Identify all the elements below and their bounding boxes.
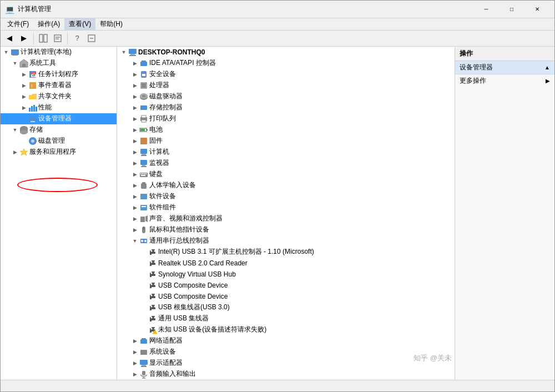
device-item-storage-controller[interactable]: ▶ 存储控制器 — [117, 102, 455, 113]
svg-point-25 — [31, 139, 34, 143]
device-item-usb-root-hub[interactable]: USB 根集线器(USB 3.0) — [117, 302, 455, 313]
tree-item-performance[interactable]: ▶ 性能 — [1, 102, 117, 113]
icon-task-scheduler: 📅 — [28, 70, 37, 79]
tree-label-event-viewer: 事件查看器 — [38, 81, 114, 90]
device-item-computer[interactable]: ▶ 计算机 — [117, 147, 455, 158]
device-label-disk: 磁盘驱动器 — [149, 92, 183, 101]
expand-performance: ▶ — [19, 103, 28, 112]
extra-button[interactable] — [85, 32, 98, 45]
tree-label-task-scheduler: 任务计划程序 — [38, 69, 114, 79]
expand-synology-usb — [139, 270, 148, 279]
menu-view[interactable]: 查看(V) — [64, 18, 95, 30]
tree-label-services: 服务和应用程序 — [29, 147, 114, 157]
device-item-generic-usb-hub[interactable]: 通用 USB 集线器 — [117, 313, 455, 324]
back-button[interactable]: ◀ — [3, 32, 16, 45]
tree-item-services[interactable]: ▶ 服务和应用程序 — [1, 147, 117, 158]
svg-rect-42 — [142, 120, 146, 122]
expand-display: ▶ — [130, 359, 139, 368]
device-item-ide[interactable]: ▶ IDE ATA/ATAPI 控制器 — [117, 58, 455, 69]
device-item-usb-composite-2[interactable]: USB Composite Device — [117, 291, 455, 302]
device-label-mouse: 鼠标和其他指针设备 — [149, 225, 209, 234]
svg-point-75 — [154, 250, 156, 252]
menu-action[interactable]: 操作(A) — [33, 18, 64, 30]
svg-rect-47 — [140, 149, 147, 154]
svg-rect-0 — [39, 34, 43, 42]
icon-monitor — [139, 159, 148, 168]
svg-point-100 — [154, 305, 156, 307]
expand-firmware: ▶ — [130, 137, 139, 145]
tree-item-system-tools[interactable]: ▼ 系统工具 — [1, 58, 117, 69]
maximize-button[interactable]: □ — [499, 1, 524, 18]
svg-rect-117 — [142, 365, 146, 366]
device-item-synology-usb[interactable]: Synology Virtual USB Hub — [117, 269, 455, 280]
svg-rect-41 — [142, 115, 146, 118]
device-item-intel-usb[interactable]: Intel(R) USB 3.1 可扩展主机控制器 - 1.10 (Micros… — [117, 247, 455, 258]
svg-rect-1 — [44, 34, 47, 42]
svg-rect-13 — [29, 82, 36, 89]
icon-audio-io — [139, 370, 148, 379]
tree-item-device-manager[interactable]: 设备管理器 — [1, 113, 117, 124]
icon-processor — [139, 81, 148, 90]
device-item-realtek-usb[interactable]: Realtek USB 2.0 Card Reader — [117, 258, 455, 269]
icon-software-component — [139, 203, 148, 212]
device-label-usb-controller: 通用串行总线控制器 — [149, 236, 209, 245]
show-hide-console-tree[interactable] — [37, 32, 50, 45]
properties-button[interactable] — [51, 32, 64, 45]
device-item-software-device[interactable]: ▶ 软件设备 — [117, 191, 455, 202]
device-item-print-queue[interactable]: ▶ 打印队列 — [117, 113, 455, 124]
expand-usb-composite-2 — [139, 292, 148, 301]
device-tree: ▼ DESKTOP-RONTHQ0 ▶ IDE ATA/ATAPI 控制器 — [117, 47, 455, 380]
device-item-processor[interactable]: ▶ 处理器 — [117, 80, 455, 91]
icon-intel-usb — [148, 248, 157, 257]
device-item-display[interactable]: ▶ 显示适配器 — [117, 358, 455, 369]
svg-rect-7 — [11, 49, 19, 55]
device-item-disk[interactable]: ▶ 磁盘驱动器 — [117, 91, 455, 102]
help-button[interactable]: ? — [70, 32, 84, 45]
device-item-usb-composite-1[interactable]: USB Composite Device — [117, 280, 455, 291]
device-item-unknown-usb[interactable]: ! 未知 USB 设备(设备描述符请求失败) — [117, 324, 455, 335]
icon-usb-composite-1 — [148, 281, 157, 290]
minimize-button[interactable]: ─ — [473, 1, 499, 18]
device-item-system[interactable]: ▶ 系统设备 — [117, 346, 455, 358]
svg-point-94 — [151, 294, 153, 296]
device-item-security[interactable]: ▶ 安全设备 — [117, 69, 455, 80]
expand-root: ▼ — [119, 48, 128, 57]
device-item-monitor[interactable]: ▶ 监视器 — [117, 158, 455, 169]
tree-item-storage[interactable]: ▼ 存储 — [1, 124, 117, 135]
tree-item-shared-folders[interactable]: ▶ 共享文件夹 — [1, 91, 117, 102]
menu-help[interactable]: 帮助(H) — [95, 18, 127, 30]
svg-rect-19 — [29, 116, 37, 121]
svg-rect-39 — [140, 105, 147, 110]
tree-item-event-viewer[interactable]: ▶ ! 事件查看器 — [1, 80, 117, 91]
tree-item-disk-management[interactable]: 磁盘管理 — [1, 135, 117, 147]
device-item-hid[interactable]: ▶ 人体学输入设备 — [117, 180, 455, 191]
expand-realtek-usb — [139, 259, 148, 268]
tree-item-task-scheduler[interactable]: ▶ 📅 任务计划程序 — [1, 69, 117, 80]
icon-desktop — [128, 48, 137, 57]
svg-point-80 — [154, 261, 156, 263]
tree-item-root[interactable]: ▼ 计算机管理(本地) — [1, 47, 117, 58]
icon-performance — [28, 103, 37, 112]
device-item-audio[interactable]: ▶ 声音、视频和游戏控制器 — [117, 213, 455, 224]
action-more[interactable]: 更多操作 ▶ — [455, 74, 554, 88]
device-item-firmware[interactable]: ▶ 固件 — [117, 135, 455, 147]
icon-root — [11, 48, 19, 57]
device-item-audio-io[interactable]: ▶ 音频输入和输出 — [117, 369, 455, 380]
device-item-mouse[interactable]: ▶ 鼠标和其他指针设备 — [117, 224, 455, 235]
device-item-usb-controller[interactable]: ▼ 通用串行总线控制器 — [117, 235, 455, 247]
help-icon: ? — [75, 34, 79, 42]
device-item-software-component[interactable]: ▶ 软件组件 — [117, 202, 455, 213]
device-item-battery[interactable]: ▶ 电池 — [117, 124, 455, 135]
device-item-network[interactable]: ▶ 网络适配器 — [117, 335, 455, 346]
device-label-generic-usb-hub: 通用 USB 集线器 — [158, 314, 209, 323]
device-item-keyboard[interactable]: ▶ 键盘 — [117, 169, 455, 180]
svg-rect-16 — [31, 106, 33, 112]
svg-rect-54 — [140, 173, 142, 174]
action-device-manager[interactable]: 设备管理器 ▲ — [455, 61, 554, 74]
device-item-root[interactable]: ▼ DESKTOP-RONTHQ0 — [117, 47, 455, 58]
forward-button[interactable]: ▶ — [17, 32, 31, 45]
icon-keyboard — [139, 170, 148, 179]
menu-file[interactable]: 文件(F) — [3, 18, 33, 30]
close-button[interactable]: ✕ — [524, 1, 550, 18]
device-label-keyboard: 键盘 — [149, 169, 163, 179]
